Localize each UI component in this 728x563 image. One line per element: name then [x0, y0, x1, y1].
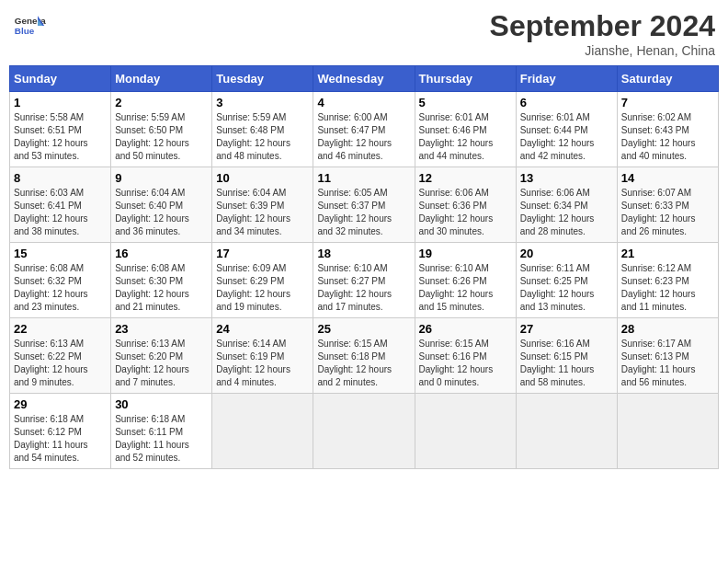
calendar-cell: 19Sunrise: 6:10 AM Sunset: 6:26 PM Dayli… — [415, 243, 516, 318]
day-info: Sunrise: 6:01 AM Sunset: 6:46 PM Dayligh… — [419, 111, 512, 163]
day-number: 22 — [14, 322, 107, 336]
calendar-cell: 12Sunrise: 6:06 AM Sunset: 6:36 PM Dayli… — [415, 167, 516, 243]
weekday-header: Tuesday — [212, 66, 313, 92]
header-row: SundayMondayTuesdayWednesdayThursdayFrid… — [10, 66, 719, 92]
calendar-week-row: 29Sunrise: 6:18 AM Sunset: 6:12 PM Dayli… — [10, 394, 719, 469]
day-number: 30 — [115, 397, 208, 411]
calendar-cell: 2Sunrise: 5:59 AM Sunset: 6:50 PM Daylig… — [111, 92, 212, 167]
day-number: 20 — [520, 247, 613, 260]
day-number: 15 — [14, 247, 107, 260]
logo-icon: General Blue — [13, 9, 46, 42]
calendar-cell: 14Sunrise: 6:07 AM Sunset: 6:33 PM Dayli… — [617, 167, 718, 243]
day-info: Sunrise: 6:03 AM Sunset: 6:41 PM Dayligh… — [14, 187, 107, 238]
day-number: 19 — [419, 247, 512, 260]
day-info: Sunrise: 5:59 AM Sunset: 6:48 PM Dayligh… — [216, 111, 309, 163]
day-number: 16 — [115, 247, 208, 260]
calendar-week-row: 22Sunrise: 6:13 AM Sunset: 6:22 PM Dayli… — [10, 318, 719, 394]
svg-text:Blue: Blue — [15, 26, 35, 36]
page-header: General Blue September 2024 Jianshe, Hen… — [9, 9, 719, 58]
day-info: Sunrise: 6:18 AM Sunset: 6:12 PM Dayligh… — [14, 413, 107, 465]
calendar-cell: 24Sunrise: 6:14 AM Sunset: 6:19 PM Dayli… — [212, 318, 313, 394]
calendar-cell: 6Sunrise: 6:01 AM Sunset: 6:44 PM Daylig… — [516, 92, 617, 167]
weekday-header: Monday — [111, 66, 212, 92]
weekday-header: Friday — [516, 66, 617, 92]
calendar-cell — [617, 394, 718, 469]
day-info: Sunrise: 6:08 AM Sunset: 6:32 PM Dayligh… — [14, 262, 107, 314]
calendar-cell: 20Sunrise: 6:11 AM Sunset: 6:25 PM Dayli… — [516, 243, 617, 318]
day-number: 26 — [419, 322, 512, 336]
day-info: Sunrise: 6:01 AM Sunset: 6:44 PM Dayligh… — [520, 111, 613, 163]
day-info: Sunrise: 6:11 AM Sunset: 6:25 PM Dayligh… — [520, 262, 613, 314]
calendar-cell: 28Sunrise: 6:17 AM Sunset: 6:13 PM Dayli… — [617, 318, 718, 394]
day-info: Sunrise: 6:17 AM Sunset: 6:13 PM Dayligh… — [621, 338, 714, 389]
day-info: Sunrise: 6:05 AM Sunset: 6:37 PM Dayligh… — [317, 187, 410, 238]
day-info: Sunrise: 6:10 AM Sunset: 6:27 PM Dayligh… — [317, 262, 410, 314]
calendar-cell: 9Sunrise: 6:04 AM Sunset: 6:40 PM Daylig… — [111, 167, 212, 243]
day-info: Sunrise: 6:00 AM Sunset: 6:47 PM Dayligh… — [317, 111, 410, 163]
calendar-cell: 8Sunrise: 6:03 AM Sunset: 6:41 PM Daylig… — [10, 167, 111, 243]
calendar-week-row: 15Sunrise: 6:08 AM Sunset: 6:32 PM Dayli… — [10, 243, 719, 318]
calendar-cell: 7Sunrise: 6:02 AM Sunset: 6:43 PM Daylig… — [617, 92, 718, 167]
logo: General Blue — [13, 9, 46, 42]
calendar-cell: 10Sunrise: 6:04 AM Sunset: 6:39 PM Dayli… — [212, 167, 313, 243]
calendar-cell: 16Sunrise: 6:08 AM Sunset: 6:30 PM Dayli… — [111, 243, 212, 318]
day-number: 28 — [621, 322, 714, 336]
day-info: Sunrise: 6:04 AM Sunset: 6:40 PM Dayligh… — [115, 187, 208, 238]
calendar-cell: 27Sunrise: 6:16 AM Sunset: 6:15 PM Dayli… — [516, 318, 617, 394]
day-info: Sunrise: 5:58 AM Sunset: 6:51 PM Dayligh… — [14, 111, 107, 163]
calendar-week-row: 1Sunrise: 5:58 AM Sunset: 6:51 PM Daylig… — [10, 92, 719, 167]
calendar-cell: 13Sunrise: 6:06 AM Sunset: 6:34 PM Dayli… — [516, 167, 617, 243]
day-number: 29 — [14, 397, 107, 411]
day-number: 23 — [115, 322, 208, 336]
day-info: Sunrise: 6:10 AM Sunset: 6:26 PM Dayligh… — [419, 262, 512, 314]
day-number: 13 — [520, 171, 613, 185]
calendar-cell: 18Sunrise: 6:10 AM Sunset: 6:27 PM Dayli… — [313, 243, 415, 318]
day-info: Sunrise: 6:08 AM Sunset: 6:30 PM Dayligh… — [115, 262, 208, 314]
calendar-cell: 30Sunrise: 6:18 AM Sunset: 6:11 PM Dayli… — [111, 394, 212, 469]
weekday-header: Thursday — [415, 66, 516, 92]
calendar-cell — [516, 394, 617, 469]
day-info: Sunrise: 6:02 AM Sunset: 6:43 PM Dayligh… — [621, 111, 714, 163]
calendar-cell: 25Sunrise: 6:15 AM Sunset: 6:18 PM Dayli… — [313, 318, 415, 394]
weekday-header: Saturday — [617, 66, 718, 92]
calendar-cell: 3Sunrise: 5:59 AM Sunset: 6:48 PM Daylig… — [212, 92, 313, 167]
day-number: 10 — [216, 171, 309, 185]
day-number: 3 — [216, 96, 309, 109]
day-number: 2 — [115, 96, 208, 109]
calendar-cell — [313, 394, 415, 469]
day-info: Sunrise: 6:15 AM Sunset: 6:16 PM Dayligh… — [419, 338, 512, 389]
day-info: Sunrise: 5:59 AM Sunset: 6:50 PM Dayligh… — [115, 111, 208, 163]
calendar-cell: 29Sunrise: 6:18 AM Sunset: 6:12 PM Dayli… — [10, 394, 111, 469]
day-info: Sunrise: 6:18 AM Sunset: 6:11 PM Dayligh… — [115, 413, 208, 465]
day-number: 14 — [621, 171, 714, 185]
calendar-cell: 11Sunrise: 6:05 AM Sunset: 6:37 PM Dayli… — [313, 167, 415, 243]
calendar-cell: 21Sunrise: 6:12 AM Sunset: 6:23 PM Dayli… — [617, 243, 718, 318]
calendar-cell: 17Sunrise: 6:09 AM Sunset: 6:29 PM Dayli… — [212, 243, 313, 318]
day-info: Sunrise: 6:13 AM Sunset: 6:20 PM Dayligh… — [115, 338, 208, 389]
day-number: 25 — [317, 322, 410, 336]
day-number: 9 — [115, 171, 208, 185]
calendar-cell: 23Sunrise: 6:13 AM Sunset: 6:20 PM Dayli… — [111, 318, 212, 394]
day-info: Sunrise: 6:13 AM Sunset: 6:22 PM Dayligh… — [14, 338, 107, 389]
calendar-week-row: 8Sunrise: 6:03 AM Sunset: 6:41 PM Daylig… — [10, 167, 719, 243]
day-info: Sunrise: 6:12 AM Sunset: 6:23 PM Dayligh… — [621, 262, 714, 314]
weekday-header: Wednesday — [313, 66, 415, 92]
day-number: 24 — [216, 322, 309, 336]
day-info: Sunrise: 6:07 AM Sunset: 6:33 PM Dayligh… — [621, 187, 714, 238]
day-number: 12 — [419, 171, 512, 185]
day-number: 21 — [621, 247, 714, 260]
month-title: September 2024 — [490, 9, 715, 43]
day-info: Sunrise: 6:06 AM Sunset: 6:36 PM Dayligh… — [419, 187, 512, 238]
day-info: Sunrise: 6:16 AM Sunset: 6:15 PM Dayligh… — [520, 338, 613, 389]
day-number: 27 — [520, 322, 613, 336]
day-number: 6 — [520, 96, 613, 109]
day-number: 7 — [621, 96, 714, 109]
calendar-cell: 26Sunrise: 6:15 AM Sunset: 6:16 PM Dayli… — [415, 318, 516, 394]
calendar-cell — [212, 394, 313, 469]
day-number: 5 — [419, 96, 512, 109]
day-info: Sunrise: 6:15 AM Sunset: 6:18 PM Dayligh… — [317, 338, 410, 389]
calendar-cell: 5Sunrise: 6:01 AM Sunset: 6:46 PM Daylig… — [415, 92, 516, 167]
day-number: 4 — [317, 96, 410, 109]
calendar-cell: 22Sunrise: 6:13 AM Sunset: 6:22 PM Dayli… — [10, 318, 111, 394]
day-number: 11 — [317, 171, 410, 185]
